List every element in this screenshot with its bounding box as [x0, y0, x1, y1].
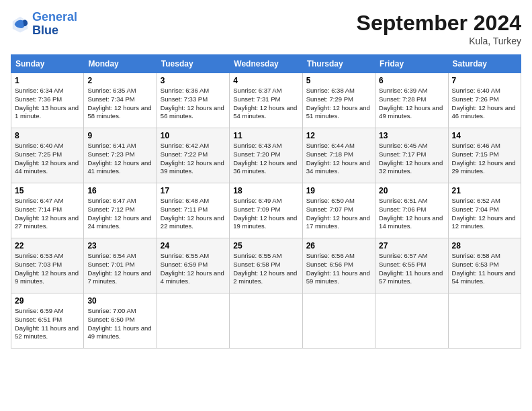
day-number: 15 [15, 186, 80, 195]
calendar-table: Sunday Monday Tuesday Wednesday Thursday… [11, 54, 521, 349]
day-number: 11 [233, 131, 298, 140]
day-number: 9 [87, 131, 152, 140]
table-row [302, 293, 375, 349]
page-header: General Blue September 2024 Kula, Turkey [11, 11, 521, 46]
col-tuesday: Tuesday [157, 55, 229, 73]
day-number: 4 [233, 76, 298, 85]
week-row-1: 1 Sunrise: 6:34 AMSunset: 7:36 PMDayligh… [11, 73, 521, 128]
week-row-3: 15 Sunrise: 6:47 AMSunset: 7:14 PMDaylig… [11, 183, 521, 238]
day-number: 19 [306, 186, 371, 195]
day-info: Sunrise: 6:54 AMSunset: 7:01 PMDaylight:… [87, 252, 152, 286]
day-number: 3 [161, 76, 226, 85]
day-number: 26 [306, 241, 371, 250]
day-info: Sunrise: 6:57 AMSunset: 6:55 PMDaylight:… [379, 252, 444, 286]
day-info: Sunrise: 6:53 AMSunset: 7:03 PMDaylight:… [15, 252, 80, 286]
day-number: 13 [379, 131, 444, 140]
table-row [230, 293, 302, 349]
logo-icon [11, 15, 30, 34]
table-row: 1 Sunrise: 6:34 AMSunset: 7:36 PMDayligh… [11, 73, 84, 128]
day-number: 2 [87, 76, 152, 85]
day-number: 7 [452, 76, 517, 85]
day-number: 28 [452, 241, 517, 250]
day-info: Sunrise: 6:43 AMSunset: 7:20 PMDaylight:… [233, 142, 298, 176]
col-thursday: Thursday [302, 55, 375, 73]
col-saturday: Saturday [448, 55, 521, 73]
col-wednesday: Wednesday [230, 55, 302, 73]
col-sunday: Sunday [11, 55, 84, 73]
day-info: Sunrise: 6:49 AMSunset: 7:09 PMDaylight:… [233, 197, 298, 231]
table-row [448, 293, 521, 349]
table-row [157, 293, 229, 349]
table-row: 17 Sunrise: 6:48 AMSunset: 7:11 PMDaylig… [157, 183, 229, 238]
table-row: 12 Sunrise: 6:44 AMSunset: 7:18 PMDaylig… [302, 128, 375, 183]
table-row: 30 Sunrise: 7:00 AMSunset: 6:50 PMDaylig… [84, 293, 157, 349]
table-row: 23 Sunrise: 6:54 AMSunset: 7:01 PMDaylig… [84, 238, 157, 293]
day-info: Sunrise: 6:37 AMSunset: 7:31 PMDaylight:… [233, 87, 298, 121]
day-number: 21 [452, 186, 517, 195]
day-info: Sunrise: 6:51 AMSunset: 7:06 PMDaylight:… [379, 197, 444, 231]
table-row: 27 Sunrise: 6:57 AMSunset: 6:55 PMDaylig… [375, 238, 448, 293]
day-info: Sunrise: 6:40 AMSunset: 7:26 PMDaylight:… [452, 87, 517, 121]
day-info: Sunrise: 6:52 AMSunset: 7:04 PMDaylight:… [452, 197, 517, 231]
table-row: 14 Sunrise: 6:46 AMSunset: 7:15 PMDaylig… [448, 128, 521, 183]
day-info: Sunrise: 6:45 AMSunset: 7:17 PMDaylight:… [379, 142, 444, 176]
day-number: 20 [379, 186, 444, 195]
calendar-header-row: Sunday Monday Tuesday Wednesday Thursday… [11, 55, 521, 73]
week-row-4: 22 Sunrise: 6:53 AMSunset: 7:03 PMDaylig… [11, 238, 521, 293]
day-info: Sunrise: 6:44 AMSunset: 7:18 PMDaylight:… [306, 142, 371, 176]
col-friday: Friday [375, 55, 448, 73]
table-row: 15 Sunrise: 6:47 AMSunset: 7:14 PMDaylig… [11, 183, 84, 238]
month-title: September 2024 [357, 11, 521, 36]
day-number: 18 [233, 186, 298, 195]
table-row: 5 Sunrise: 6:38 AMSunset: 7:29 PMDayligh… [302, 73, 375, 128]
table-row: 11 Sunrise: 6:43 AMSunset: 7:20 PMDaylig… [230, 128, 302, 183]
day-info: Sunrise: 6:56 AMSunset: 6:56 PMDaylight:… [306, 252, 371, 286]
day-number: 30 [87, 296, 152, 306]
day-info: Sunrise: 6:35 AMSunset: 7:34 PMDaylight:… [87, 87, 152, 121]
day-info: Sunrise: 6:41 AMSunset: 7:23 PMDaylight:… [87, 142, 152, 176]
day-number: 24 [161, 241, 226, 250]
day-info: Sunrise: 6:55 AMSunset: 6:58 PMDaylight:… [233, 252, 298, 286]
table-row: 24 Sunrise: 6:55 AMSunset: 6:59 PMDaylig… [157, 238, 229, 293]
table-row: 13 Sunrise: 6:45 AMSunset: 7:17 PMDaylig… [375, 128, 448, 183]
table-row: 7 Sunrise: 6:40 AMSunset: 7:26 PMDayligh… [448, 73, 521, 128]
day-number: 1 [15, 76, 80, 85]
day-info: Sunrise: 6:46 AMSunset: 7:15 PMDaylight:… [452, 142, 517, 176]
logo-text: General Blue [32, 11, 77, 38]
table-row [375, 293, 448, 349]
table-row: 28 Sunrise: 6:58 AMSunset: 6:53 PMDaylig… [448, 238, 521, 293]
day-info: Sunrise: 6:42 AMSunset: 7:22 PMDaylight:… [161, 142, 226, 176]
table-row: 16 Sunrise: 6:47 AMSunset: 7:12 PMDaylig… [84, 183, 157, 238]
logo: General Blue [11, 11, 77, 38]
day-number: 8 [15, 131, 80, 140]
day-info: Sunrise: 6:47 AMSunset: 7:12 PMDaylight:… [87, 197, 152, 231]
table-row: 21 Sunrise: 6:52 AMSunset: 7:04 PMDaylig… [448, 183, 521, 238]
day-number: 25 [233, 241, 298, 250]
table-row: 22 Sunrise: 6:53 AMSunset: 7:03 PMDaylig… [11, 238, 84, 293]
day-info: Sunrise: 7:00 AMSunset: 6:50 PMDaylight:… [87, 307, 152, 341]
day-number: 29 [15, 296, 80, 306]
day-info: Sunrise: 6:39 AMSunset: 7:28 PMDaylight:… [379, 87, 444, 121]
day-info: Sunrise: 6:50 AMSunset: 7:07 PMDaylight:… [306, 197, 371, 231]
day-number: 10 [161, 131, 226, 140]
day-info: Sunrise: 6:38 AMSunset: 7:29 PMDaylight:… [306, 87, 371, 121]
table-row: 29 Sunrise: 6:59 AMSunset: 6:51 PMDaylig… [11, 293, 84, 349]
title-block: September 2024 Kula, Turkey [357, 11, 521, 46]
day-info: Sunrise: 6:36 AMSunset: 7:33 PMDaylight:… [161, 87, 226, 121]
day-number: 16 [87, 186, 152, 195]
table-row: 26 Sunrise: 6:56 AMSunset: 6:56 PMDaylig… [302, 238, 375, 293]
table-row: 2 Sunrise: 6:35 AMSunset: 7:34 PMDayligh… [84, 73, 157, 128]
day-number: 5 [306, 76, 371, 85]
table-row: 9 Sunrise: 6:41 AMSunset: 7:23 PMDayligh… [84, 128, 157, 183]
day-info: Sunrise: 6:34 AMSunset: 7:36 PMDaylight:… [15, 87, 80, 121]
table-row: 10 Sunrise: 6:42 AMSunset: 7:22 PMDaylig… [157, 128, 229, 183]
week-row-5: 29 Sunrise: 6:59 AMSunset: 6:51 PMDaylig… [11, 293, 521, 349]
table-row: 6 Sunrise: 6:39 AMSunset: 7:28 PMDayligh… [375, 73, 448, 128]
day-info: Sunrise: 6:48 AMSunset: 7:11 PMDaylight:… [161, 197, 226, 231]
day-number: 12 [306, 131, 371, 140]
day-info: Sunrise: 6:47 AMSunset: 7:14 PMDaylight:… [15, 197, 80, 231]
week-row-2: 8 Sunrise: 6:40 AMSunset: 7:25 PMDayligh… [11, 128, 521, 183]
table-row: 8 Sunrise: 6:40 AMSunset: 7:25 PMDayligh… [11, 128, 84, 183]
location: Kula, Turkey [357, 36, 521, 46]
table-row: 4 Sunrise: 6:37 AMSunset: 7:31 PMDayligh… [230, 73, 302, 128]
